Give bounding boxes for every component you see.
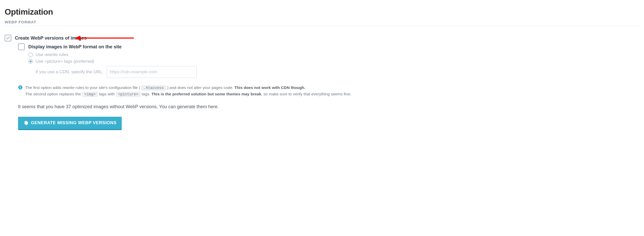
generate-button-label: GENERATE MISSING WEBP VERSIONS [31,120,117,125]
gear-icon [23,120,28,125]
check-icon [6,36,10,40]
picture-tags-label: Use <picture> tags (preferred) [36,59,94,64]
img-tag-code: <img> [82,92,98,97]
status-text: It seems that you have 37 optimized imag… [18,104,639,110]
svg-point-4 [20,86,21,87]
picture-tags-radio[interactable] [28,59,33,64]
picture-tag-code: <picture> [116,92,141,97]
display-webp-label: Display images in WebP format on the sit… [28,43,121,50]
section-heading: WEBP FORMAT [5,20,639,26]
cdn-url-label: If you use a CDN, specify the URL: [36,69,103,75]
cdn-url-input[interactable] [107,66,197,78]
help-text: The first option adds rewrite rules to y… [25,85,351,97]
create-webp-checkbox[interactable] [5,35,11,41]
display-webp-checkbox[interactable] [18,43,25,50]
svg-rect-3 [20,87,21,89]
htaccess-code: .htaccess [141,85,166,90]
rewrite-rules-radio[interactable] [28,52,33,57]
generate-missing-webp-button[interactable]: GENERATE MISSING WEBP VERSIONS [18,117,122,130]
page-title: Optimization [5,7,639,17]
info-icon [18,85,23,90]
rewrite-rules-label: Use rewrite rules [36,52,68,57]
create-webp-label: Create WebP versions of images [15,35,86,41]
